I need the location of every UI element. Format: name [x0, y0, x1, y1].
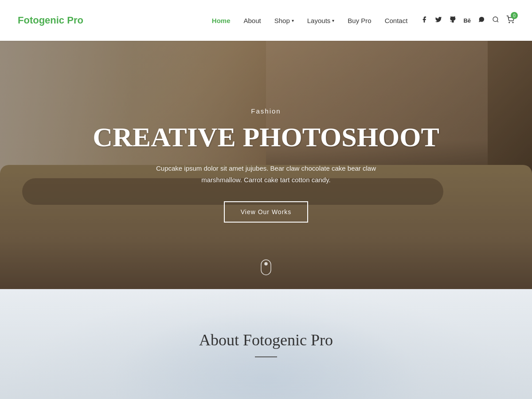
shop-dropdown-arrow: ▾	[292, 18, 294, 23]
twitter-icon[interactable]	[435, 16, 442, 25]
social-icons-group: Bē 0	[421, 16, 514, 25]
cart-badge: 0	[511, 12, 518, 19]
facebook-icon[interactable]	[421, 16, 428, 25]
about-content: About Fotogenic Pro	[199, 331, 333, 357]
hero-section: Fashion CREATIVE PHOTOSHOOT Cupcake ipsu…	[0, 41, 532, 289]
github-icon[interactable]	[449, 16, 456, 25]
about-divider	[255, 356, 277, 357]
svg-line-1	[497, 21, 498, 22]
hero-content: Fashion CREATIVE PHOTOSHOOT Cupcake ipsu…	[0, 41, 532, 289]
svg-point-5	[265, 262, 267, 265]
hero-cta-button[interactable]: View Our Works	[224, 201, 309, 223]
svg-rect-4	[261, 260, 271, 275]
cart-icon[interactable]: 0	[506, 16, 514, 25]
hero-description: Cupcake ipsum dolor sit amet jujubes. Be…	[151, 163, 381, 185]
scroll-indicator[interactable]	[261, 259, 271, 278]
main-nav: Home About Shop ▾ Layouts ▾ Buy Pro Cont…	[212, 17, 408, 24]
svg-point-3	[512, 22, 513, 23]
svg-point-2	[509, 22, 510, 23]
nav-home[interactable]: Home	[212, 17, 231, 24]
nav-shop[interactable]: Shop ▾	[274, 17, 294, 24]
search-icon[interactable]	[492, 16, 499, 25]
nav-contact[interactable]: Contact	[385, 17, 408, 24]
nav-layouts[interactable]: Layouts ▾	[307, 17, 335, 24]
svg-point-0	[493, 17, 498, 22]
site-header: Fotogenic Pro Home About Shop ▾ Layouts …	[0, 0, 532, 41]
site-logo[interactable]: Fotogenic Pro	[18, 15, 83, 26]
hero-title: CREATIVE PHOTOSHOOT	[93, 122, 439, 152]
nav-buy-pro[interactable]: Buy Pro	[348, 17, 371, 24]
nav-about[interactable]: About	[244, 17, 261, 24]
behance-icon[interactable]: Bē	[463, 17, 471, 24]
about-section: About Fotogenic Pro	[0, 289, 532, 399]
hero-category: Fashion	[251, 107, 281, 115]
about-title: About Fotogenic Pro	[199, 331, 333, 349]
whatsapp-icon[interactable]	[478, 16, 485, 25]
layouts-dropdown-arrow: ▾	[332, 18, 334, 23]
